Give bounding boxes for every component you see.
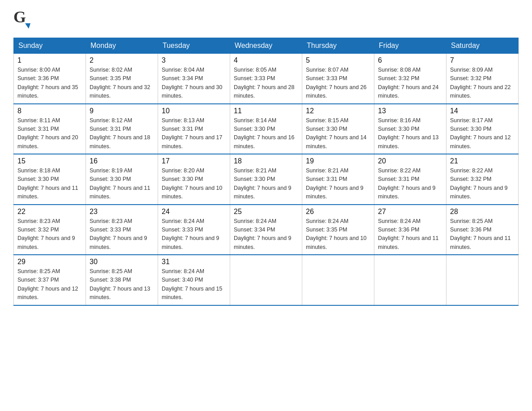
weekday-header-row: SundayMondayTuesdayWednesdayThursdayFrid… bbox=[14, 38, 519, 54]
day-info: Sunrise: 8:15 AMSunset: 3:30 PMDaylight:… bbox=[306, 116, 370, 151]
day-number: 4 bbox=[234, 56, 298, 64]
logo-icon: G bbox=[13, 9, 30, 29]
calendar-day-cell: 30Sunrise: 8:25 AMSunset: 3:38 PMDayligh… bbox=[86, 255, 158, 305]
day-number: 12 bbox=[306, 107, 370, 115]
day-number: 21 bbox=[450, 157, 515, 165]
day-number: 19 bbox=[306, 157, 370, 165]
day-info: Sunrise: 8:22 AMSunset: 3:32 PMDaylight:… bbox=[450, 167, 515, 201]
day-number: 29 bbox=[17, 258, 82, 266]
day-info: Sunrise: 8:14 AMSunset: 3:30 PMDaylight:… bbox=[234, 116, 298, 151]
weekday-header-friday: Friday bbox=[374, 38, 446, 54]
calendar-day-cell: 15Sunrise: 8:18 AMSunset: 3:30 PMDayligh… bbox=[14, 154, 86, 205]
calendar-day-cell: 8Sunrise: 8:11 AMSunset: 3:31 PMDaylight… bbox=[14, 104, 86, 154]
calendar-day-cell: 29Sunrise: 8:25 AMSunset: 3:37 PMDayligh… bbox=[14, 255, 86, 305]
day-info: Sunrise: 8:17 AMSunset: 3:30 PMDaylight:… bbox=[450, 116, 515, 151]
calendar-day-cell: 1Sunrise: 8:00 AMSunset: 3:36 PMDaylight… bbox=[14, 54, 86, 104]
calendar-day-cell: 23Sunrise: 8:23 AMSunset: 3:33 PMDayligh… bbox=[86, 205, 158, 255]
calendar-day-cell bbox=[446, 255, 519, 305]
weekday-header-sunday: Sunday bbox=[14, 38, 86, 54]
calendar-day-cell: 13Sunrise: 8:16 AMSunset: 3:30 PMDayligh… bbox=[374, 104, 446, 154]
day-number: 25 bbox=[234, 208, 298, 216]
calendar-day-cell: 24Sunrise: 8:24 AMSunset: 3:33 PMDayligh… bbox=[158, 205, 230, 255]
calendar-day-cell: 20Sunrise: 8:22 AMSunset: 3:31 PMDayligh… bbox=[374, 154, 446, 205]
calendar-day-cell bbox=[302, 255, 374, 305]
day-info: Sunrise: 8:23 AMSunset: 3:32 PMDaylight:… bbox=[17, 217, 82, 252]
day-number: 7 bbox=[450, 56, 515, 64]
day-info: Sunrise: 8:24 AMSunset: 3:35 PMDaylight:… bbox=[306, 217, 370, 252]
day-info: Sunrise: 8:09 AMSunset: 3:32 PMDaylight:… bbox=[450, 66, 515, 101]
day-info: Sunrise: 8:20 AMSunset: 3:30 PMDaylight:… bbox=[162, 167, 226, 201]
calendar-day-cell: 16Sunrise: 8:19 AMSunset: 3:30 PMDayligh… bbox=[86, 154, 158, 205]
calendar-day-cell: 6Sunrise: 8:08 AMSunset: 3:32 PMDaylight… bbox=[374, 54, 446, 104]
day-info: Sunrise: 8:04 AMSunset: 3:34 PMDaylight:… bbox=[162, 66, 226, 101]
day-info: Sunrise: 8:11 AMSunset: 3:31 PMDaylight:… bbox=[17, 116, 82, 151]
day-number: 10 bbox=[162, 107, 226, 115]
calendar-day-cell: 22Sunrise: 8:23 AMSunset: 3:32 PMDayligh… bbox=[14, 205, 86, 255]
day-info: Sunrise: 8:22 AMSunset: 3:31 PMDaylight:… bbox=[378, 167, 442, 201]
day-info: Sunrise: 8:16 AMSunset: 3:30 PMDaylight:… bbox=[378, 116, 442, 151]
calendar-week-row: 22Sunrise: 8:23 AMSunset: 3:32 PMDayligh… bbox=[14, 205, 519, 255]
calendar-day-cell: 18Sunrise: 8:21 AMSunset: 3:30 PMDayligh… bbox=[230, 154, 302, 205]
calendar-day-cell: 21Sunrise: 8:22 AMSunset: 3:32 PMDayligh… bbox=[446, 154, 519, 205]
day-number: 11 bbox=[234, 107, 298, 115]
calendar-day-cell: 25Sunrise: 8:24 AMSunset: 3:34 PMDayligh… bbox=[230, 205, 302, 255]
day-info: Sunrise: 8:19 AMSunset: 3:30 PMDaylight:… bbox=[90, 167, 154, 201]
calendar-day-cell: 4Sunrise: 8:05 AMSunset: 3:33 PMDaylight… bbox=[230, 54, 302, 104]
day-number: 22 bbox=[17, 208, 82, 216]
day-number: 18 bbox=[234, 157, 298, 165]
day-number: 13 bbox=[378, 107, 442, 115]
calendar-day-cell: 31Sunrise: 8:24 AMSunset: 3:40 PMDayligh… bbox=[158, 255, 230, 305]
day-number: 9 bbox=[90, 107, 154, 115]
calendar-week-row: 29Sunrise: 8:25 AMSunset: 3:37 PMDayligh… bbox=[14, 255, 519, 305]
calendar-day-cell: 5Sunrise: 8:07 AMSunset: 3:33 PMDaylight… bbox=[302, 54, 374, 104]
day-info: Sunrise: 8:24 AMSunset: 3:36 PMDaylight:… bbox=[378, 217, 442, 252]
calendar-day-cell bbox=[374, 255, 446, 305]
calendar-day-cell: 11Sunrise: 8:14 AMSunset: 3:30 PMDayligh… bbox=[230, 104, 302, 154]
weekday-header-saturday: Saturday bbox=[446, 38, 519, 54]
day-info: Sunrise: 8:18 AMSunset: 3:30 PMDaylight:… bbox=[17, 167, 82, 201]
calendar-day-cell: 14Sunrise: 8:17 AMSunset: 3:30 PMDayligh… bbox=[446, 104, 519, 154]
day-info: Sunrise: 8:21 AMSunset: 3:30 PMDaylight:… bbox=[234, 167, 298, 201]
calendar-week-row: 1Sunrise: 8:00 AMSunset: 3:36 PMDaylight… bbox=[14, 54, 519, 104]
weekday-header-wednesday: Wednesday bbox=[230, 38, 302, 54]
day-info: Sunrise: 8:00 AMSunset: 3:36 PMDaylight:… bbox=[17, 66, 82, 101]
day-number: 3 bbox=[162, 56, 226, 64]
logo-g-letter: G bbox=[13, 9, 30, 25]
calendar-week-row: 8Sunrise: 8:11 AMSunset: 3:31 PMDaylight… bbox=[14, 104, 519, 154]
day-info: Sunrise: 8:25 AMSunset: 3:38 PMDaylight:… bbox=[90, 267, 154, 302]
day-number: 8 bbox=[17, 107, 82, 115]
weekday-header-thursday: Thursday bbox=[302, 38, 374, 54]
logo-arrow-icon bbox=[25, 23, 30, 29]
day-info: Sunrise: 8:08 AMSunset: 3:32 PMDaylight:… bbox=[378, 66, 442, 101]
day-number: 1 bbox=[17, 56, 82, 64]
calendar-week-row: 15Sunrise: 8:18 AMSunset: 3:30 PMDayligh… bbox=[14, 154, 519, 205]
day-info: Sunrise: 8:07 AMSunset: 3:33 PMDaylight:… bbox=[306, 66, 370, 101]
calendar-day-cell: 27Sunrise: 8:24 AMSunset: 3:36 PMDayligh… bbox=[374, 205, 446, 255]
calendar-day-cell: 26Sunrise: 8:24 AMSunset: 3:35 PMDayligh… bbox=[302, 205, 374, 255]
day-number: 16 bbox=[90, 157, 154, 165]
day-info: Sunrise: 8:13 AMSunset: 3:31 PMDaylight:… bbox=[162, 116, 226, 151]
calendar-day-cell: 17Sunrise: 8:20 AMSunset: 3:30 PMDayligh… bbox=[158, 154, 230, 205]
calendar-day-cell bbox=[230, 255, 302, 305]
day-info: Sunrise: 8:25 AMSunset: 3:37 PMDaylight:… bbox=[17, 267, 82, 302]
day-number: 23 bbox=[90, 208, 154, 216]
calendar-day-cell: 9Sunrise: 8:12 AMSunset: 3:31 PMDaylight… bbox=[86, 104, 158, 154]
weekday-header-tuesday: Tuesday bbox=[158, 38, 230, 54]
day-number: 27 bbox=[378, 208, 442, 216]
day-number: 31 bbox=[162, 258, 226, 266]
calendar-day-cell: 3Sunrise: 8:04 AMSunset: 3:34 PMDaylight… bbox=[158, 54, 230, 104]
day-info: Sunrise: 8:23 AMSunset: 3:33 PMDaylight:… bbox=[90, 217, 154, 252]
day-number: 2 bbox=[90, 56, 154, 64]
day-info: Sunrise: 8:24 AMSunset: 3:34 PMDaylight:… bbox=[234, 217, 298, 252]
day-info: Sunrise: 8:02 AMSunset: 3:35 PMDaylight:… bbox=[90, 66, 154, 101]
calendar-day-cell: 10Sunrise: 8:13 AMSunset: 3:31 PMDayligh… bbox=[158, 104, 230, 154]
day-number: 6 bbox=[378, 56, 442, 64]
day-number: 5 bbox=[306, 56, 370, 64]
day-number: 28 bbox=[450, 208, 515, 216]
day-info: Sunrise: 8:24 AMSunset: 3:40 PMDaylight:… bbox=[162, 267, 226, 302]
day-number: 15 bbox=[17, 157, 82, 165]
day-number: 20 bbox=[378, 157, 442, 165]
calendar-day-cell: 7Sunrise: 8:09 AMSunset: 3:32 PMDaylight… bbox=[446, 54, 519, 104]
day-number: 14 bbox=[450, 107, 515, 115]
day-info: Sunrise: 8:21 AMSunset: 3:31 PMDaylight:… bbox=[306, 167, 370, 201]
